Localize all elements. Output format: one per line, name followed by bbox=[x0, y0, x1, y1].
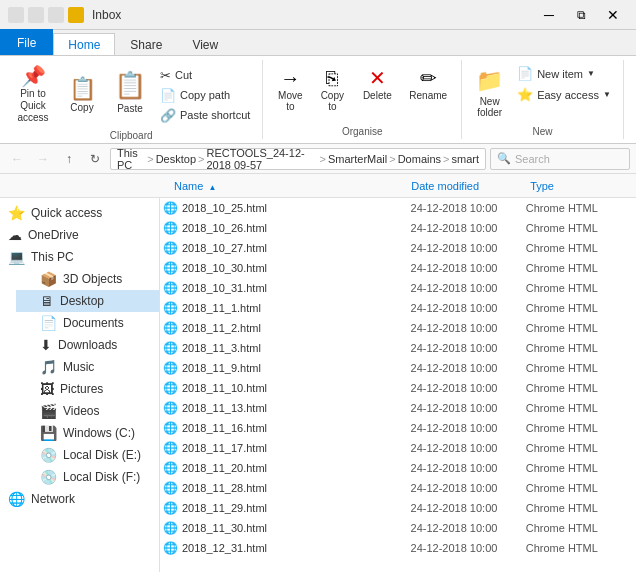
file-type-17: Chrome HTML bbox=[526, 542, 632, 554]
up-button[interactable]: ↑ bbox=[58, 148, 80, 170]
file-row-8[interactable]: 🌐 2018_11_9.html 24-12-2018 10:00 Chrome… bbox=[160, 358, 636, 378]
file-date-9: 24-12-2018 10:00 bbox=[411, 382, 526, 394]
pin-icon: 📌 bbox=[21, 66, 46, 86]
file-row-9[interactable]: 🌐 2018_11_10.html 24-12-2018 10:00 Chrom… bbox=[160, 378, 636, 398]
cut-button[interactable]: ✂ Cut bbox=[156, 66, 254, 85]
rename-button[interactable]: ✏ Rename bbox=[403, 64, 453, 105]
sidebar-icon-6: ⬇ bbox=[40, 337, 52, 353]
file-date-12: 24-12-2018 10:00 bbox=[411, 442, 526, 454]
file-row-12[interactable]: 🌐 2018_11_17.html 24-12-2018 10:00 Chrom… bbox=[160, 438, 636, 458]
move-label: Move to bbox=[278, 90, 302, 112]
file-row-11[interactable]: 🌐 2018_11_16.html 24-12-2018 10:00 Chrom… bbox=[160, 418, 636, 438]
tab-view[interactable]: View bbox=[177, 33, 233, 55]
file-row-16[interactable]: 🌐 2018_11_30.html 24-12-2018 10:00 Chrom… bbox=[160, 518, 636, 538]
easy-access-button[interactable]: ⭐ Easy access ▼ bbox=[513, 85, 615, 104]
clipboard-buttons: 📌 Pin to Quick access 📋 Copy 📋 Paste ✂ C… bbox=[8, 62, 254, 128]
file-date-5: 24-12-2018 10:00 bbox=[411, 302, 526, 314]
file-date-16: 24-12-2018 10:00 bbox=[411, 522, 526, 534]
sidebar-label-10: Windows (C:) bbox=[63, 426, 135, 440]
column-type[interactable]: Type bbox=[526, 180, 636, 192]
search-box[interactable]: 🔍 Search bbox=[490, 148, 630, 170]
sidebar-label-8: Pictures bbox=[60, 382, 103, 396]
file-date-8: 24-12-2018 10:00 bbox=[411, 362, 526, 374]
copy-to-button[interactable]: ⎘ Copy to bbox=[313, 64, 351, 116]
file-row-0[interactable]: 🌐 2018_10_25.html 24-12-2018 10:00 Chrom… bbox=[160, 198, 636, 218]
new-folder-button[interactable]: 📁 New folder bbox=[470, 64, 509, 122]
sidebar-item-4[interactable]: 🖥Desktop bbox=[16, 290, 159, 312]
cut-icon: ✂ bbox=[160, 68, 171, 83]
file-row-14[interactable]: 🌐 2018_11_28.html 24-12-2018 10:00 Chrom… bbox=[160, 478, 636, 498]
minimize-button[interactable]: ─ bbox=[534, 4, 564, 26]
path-part-thispc[interactable]: This PC bbox=[117, 148, 145, 170]
sidebar-item-9[interactable]: 🎬Videos bbox=[16, 400, 159, 422]
file-row-13[interactable]: 🌐 2018_11_20.html 24-12-2018 10:00 Chrom… bbox=[160, 458, 636, 478]
sidebar-item-13[interactable]: 🌐Network bbox=[0, 488, 159, 510]
properties-button[interactable]: 🔲 Prope... bbox=[632, 64, 636, 111]
sidebar-item-1[interactable]: ☁OneDrive bbox=[0, 224, 159, 246]
sidebar-item-11[interactable]: 💿Local Disk (E:) bbox=[16, 444, 159, 466]
path-part-smartermail[interactable]: SmarterMail bbox=[328, 153, 387, 165]
sidebar-item-0[interactable]: ⭐Quick access bbox=[0, 202, 159, 224]
sidebar-item-3[interactable]: 📦3D Objects bbox=[16, 268, 159, 290]
tab-share[interactable]: Share bbox=[115, 33, 177, 55]
copy-to-icon: ⎘ bbox=[326, 68, 338, 88]
sidebar-item-2[interactable]: 💻This PC bbox=[0, 246, 159, 268]
file-row-4[interactable]: 🌐 2018_10_31.html 24-12-2018 10:00 Chrom… bbox=[160, 278, 636, 298]
file-date-0: 24-12-2018 10:00 bbox=[411, 202, 526, 214]
refresh-button[interactable]: ↻ bbox=[84, 148, 106, 170]
ribbon-group-clipboard: 📌 Pin to Quick access 📋 Copy 📋 Paste ✂ C… bbox=[0, 60, 263, 139]
paste-shortcut-button[interactable]: 🔗 Paste shortcut bbox=[156, 106, 254, 125]
path-part-rectools[interactable]: RECTOOLS_24-12-2018 09-57 bbox=[206, 148, 317, 170]
delete-button[interactable]: ✕ Delete bbox=[355, 64, 399, 105]
paste-sub-buttons: ✂ Cut 📄 Copy path 🔗 Paste shortcut bbox=[156, 66, 254, 125]
copy-path-button[interactable]: 📄 Copy path bbox=[156, 86, 254, 105]
path-part-domains[interactable]: Domains bbox=[398, 153, 441, 165]
sidebar-item-6[interactable]: ⬇Downloads bbox=[16, 334, 159, 356]
sidebar-item-7[interactable]: 🎵Music bbox=[16, 356, 159, 378]
file-row-2[interactable]: 🌐 2018_10_27.html 24-12-2018 10:00 Chrom… bbox=[160, 238, 636, 258]
file-row-1[interactable]: 🌐 2018_10_26.html 24-12-2018 10:00 Chrom… bbox=[160, 218, 636, 238]
new-item-button[interactable]: 📄 New item ▼ bbox=[513, 64, 615, 83]
new-folder-label: New folder bbox=[477, 96, 502, 118]
restore-button[interactable]: ⧉ bbox=[566, 4, 596, 26]
file-type-1: Chrome HTML bbox=[526, 222, 632, 234]
path-part-desktop[interactable]: Desktop bbox=[156, 153, 196, 165]
path-part-smart[interactable]: smart bbox=[452, 153, 480, 165]
file-name-0: 2018_10_25.html bbox=[180, 202, 411, 214]
tab-home[interactable]: Home bbox=[53, 33, 115, 55]
file-icon-0: 🌐 bbox=[160, 198, 180, 218]
move-to-button[interactable]: → Move to bbox=[271, 64, 309, 116]
file-name-6: 2018_11_2.html bbox=[180, 322, 411, 334]
file-row-17[interactable]: 🌐 2018_12_31.html 24-12-2018 10:00 Chrom… bbox=[160, 538, 636, 558]
sidebar-item-12[interactable]: 💿Local Disk (F:) bbox=[16, 466, 159, 488]
file-type-6: Chrome HTML bbox=[526, 322, 632, 334]
copy-button[interactable]: 📋 Copy bbox=[60, 74, 104, 117]
file-icon-5: 🌐 bbox=[160, 298, 180, 318]
file-row-6[interactable]: 🌐 2018_11_2.html 24-12-2018 10:00 Chrome… bbox=[160, 318, 636, 338]
back-button[interactable]: ← bbox=[6, 148, 28, 170]
tab-file[interactable]: File bbox=[0, 29, 53, 55]
close-button[interactable]: ✕ bbox=[598, 4, 628, 26]
file-row-10[interactable]: 🌐 2018_11_13.html 24-12-2018 10:00 Chrom… bbox=[160, 398, 636, 418]
file-row-3[interactable]: 🌐 2018_10_30.html 24-12-2018 10:00 Chrom… bbox=[160, 258, 636, 278]
file-list: 🌐 2018_10_25.html 24-12-2018 10:00 Chrom… bbox=[160, 198, 636, 572]
file-name-8: 2018_11_9.html bbox=[180, 362, 411, 374]
path-sep-3: > bbox=[319, 153, 325, 165]
file-icon-1: 🌐 bbox=[160, 218, 180, 238]
column-date-modified[interactable]: Date modified bbox=[407, 180, 526, 192]
column-name[interactable]: Name ▲ bbox=[170, 180, 407, 192]
file-date-11: 24-12-2018 10:00 bbox=[411, 422, 526, 434]
file-row-7[interactable]: 🌐 2018_11_3.html 24-12-2018 10:00 Chrome… bbox=[160, 338, 636, 358]
sidebar-item-10[interactable]: 💾Windows (C:) bbox=[16, 422, 159, 444]
sidebar-item-5[interactable]: 📄Documents bbox=[16, 312, 159, 334]
open-buttons: 🔲 Prope... bbox=[632, 62, 636, 137]
file-row-15[interactable]: 🌐 2018_11_29.html 24-12-2018 10:00 Chrom… bbox=[160, 498, 636, 518]
paste-button[interactable]: 📋 Paste bbox=[106, 66, 154, 125]
forward-button[interactable]: → bbox=[32, 148, 54, 170]
file-date-4: 24-12-2018 10:00 bbox=[411, 282, 526, 294]
pin-quick-access-button[interactable]: 📌 Pin to Quick access bbox=[8, 62, 58, 128]
file-row-5[interactable]: 🌐 2018_11_1.html 24-12-2018 10:00 Chrome… bbox=[160, 298, 636, 318]
main-area: ⭐Quick access☁OneDrive💻This PC📦3D Object… bbox=[0, 198, 636, 572]
address-path[interactable]: This PC > Desktop > RECTOOLS_24-12-2018 … bbox=[110, 148, 486, 170]
sidebar-item-8[interactable]: 🖼Pictures bbox=[16, 378, 159, 400]
